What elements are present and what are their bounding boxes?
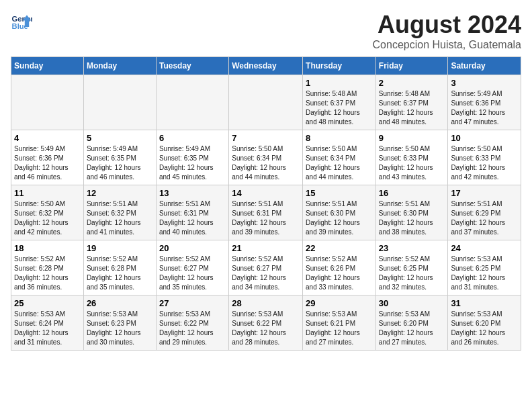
- calendar-cell: 13Sunrise: 5:51 AM Sunset: 6:31 PM Dayli…: [156, 185, 228, 240]
- calendar-cell: 24Sunrise: 5:53 AM Sunset: 6:25 PM Dayli…: [448, 240, 521, 295]
- day-info: Sunrise: 5:49 AM Sunset: 6:36 PM Dayligh…: [451, 89, 518, 127]
- day-info: Sunrise: 5:51 AM Sunset: 6:29 PM Dayligh…: [451, 199, 518, 237]
- calendar-cell: 23Sunrise: 5:52 AM Sunset: 6:25 PM Dayli…: [375, 240, 448, 295]
- calendar-cell: 7Sunrise: 5:50 AM Sunset: 6:34 PM Daylig…: [229, 130, 303, 185]
- day-info: Sunrise: 5:50 AM Sunset: 6:32 PM Dayligh…: [14, 199, 81, 237]
- day-number: 26: [87, 298, 153, 308]
- calendar-table: SundayMondayTuesdayWednesdayThursdayFrid…: [11, 56, 521, 351]
- day-number: 29: [306, 298, 373, 308]
- day-number: 10: [451, 133, 518, 143]
- calendar-cell: [229, 75, 303, 130]
- day-info: Sunrise: 5:52 AM Sunset: 6:28 PM Dayligh…: [14, 255, 81, 292]
- weekday-header-saturday: Saturday: [448, 57, 521, 75]
- weekday-header-monday: Monday: [83, 57, 156, 75]
- day-number: 3: [451, 78, 518, 88]
- title-area: August 2024 Concepcion Huista, Guatemala: [373, 11, 521, 51]
- day-number: 20: [159, 243, 226, 253]
- day-number: 8: [306, 133, 373, 143]
- day-info: Sunrise: 5:51 AM Sunset: 6:32 PM Dayligh…: [87, 199, 153, 237]
- day-info: Sunrise: 5:52 AM Sunset: 6:26 PM Dayligh…: [306, 255, 373, 292]
- calendar-cell: 29Sunrise: 5:53 AM Sunset: 6:21 PM Dayli…: [303, 295, 376, 351]
- day-info: Sunrise: 5:53 AM Sunset: 6:20 PM Dayligh…: [379, 310, 445, 347]
- day-info: Sunrise: 5:52 AM Sunset: 6:27 PM Dayligh…: [232, 255, 300, 292]
- calendar-cell: 14Sunrise: 5:51 AM Sunset: 6:31 PM Dayli…: [229, 185, 303, 240]
- day-number: 25: [14, 298, 81, 308]
- day-info: Sunrise: 5:50 AM Sunset: 6:34 PM Dayligh…: [306, 144, 373, 182]
- day-number: 22: [306, 243, 373, 253]
- page-title: August 2024: [373, 11, 521, 39]
- day-number: 23: [379, 243, 445, 253]
- day-info: Sunrise: 5:53 AM Sunset: 6:22 PM Dayligh…: [232, 310, 300, 347]
- calendar-week-3: 11Sunrise: 5:50 AM Sunset: 6:32 PM Dayli…: [11, 185, 521, 240]
- day-number: 5: [87, 133, 153, 143]
- day-info: Sunrise: 5:51 AM Sunset: 6:30 PM Dayligh…: [306, 199, 373, 237]
- day-info: Sunrise: 5:49 AM Sunset: 6:36 PM Dayligh…: [14, 144, 81, 182]
- day-number: 17: [451, 188, 518, 198]
- weekday-header-friday: Friday: [375, 57, 448, 75]
- calendar-body: 1Sunrise: 5:48 AM Sunset: 6:37 PM Daylig…: [11, 75, 521, 351]
- day-number: 28: [232, 298, 300, 308]
- header: General Blue August 2024 Concepcion Huis…: [11, 11, 521, 51]
- calendar-cell: 31Sunrise: 5:53 AM Sunset: 6:20 PM Dayli…: [448, 295, 521, 351]
- day-number: 16: [379, 188, 445, 198]
- calendar-cell: 18Sunrise: 5:52 AM Sunset: 6:28 PM Dayli…: [11, 240, 84, 295]
- day-number: 11: [14, 188, 81, 198]
- calendar-cell: 26Sunrise: 5:53 AM Sunset: 6:23 PM Dayli…: [83, 295, 156, 351]
- day-number: 14: [232, 188, 300, 198]
- day-number: 19: [87, 243, 153, 253]
- calendar-cell: 21Sunrise: 5:52 AM Sunset: 6:27 PM Dayli…: [229, 240, 303, 295]
- day-info: Sunrise: 5:50 AM Sunset: 6:33 PM Dayligh…: [379, 144, 445, 182]
- day-number: 21: [232, 243, 300, 253]
- day-info: Sunrise: 5:48 AM Sunset: 6:37 PM Dayligh…: [306, 89, 373, 127]
- day-number: 1: [306, 78, 373, 88]
- weekday-header-sunday: Sunday: [11, 57, 84, 75]
- calendar-cell: 25Sunrise: 5:53 AM Sunset: 6:24 PM Dayli…: [11, 295, 84, 351]
- calendar-cell: [156, 75, 228, 130]
- calendar-week-1: 1Sunrise: 5:48 AM Sunset: 6:37 PM Daylig…: [11, 75, 521, 130]
- day-info: Sunrise: 5:51 AM Sunset: 6:30 PM Dayligh…: [379, 199, 445, 237]
- calendar-cell: 27Sunrise: 5:53 AM Sunset: 6:22 PM Dayli…: [156, 295, 228, 351]
- weekday-header-tuesday: Tuesday: [156, 57, 228, 75]
- calendar-cell: 10Sunrise: 5:50 AM Sunset: 6:33 PM Dayli…: [448, 130, 521, 185]
- logo: General Blue: [11, 11, 32, 32]
- day-info: Sunrise: 5:53 AM Sunset: 6:23 PM Dayligh…: [87, 310, 153, 347]
- day-number: 7: [232, 133, 300, 143]
- day-info: Sunrise: 5:53 AM Sunset: 6:22 PM Dayligh…: [159, 310, 226, 347]
- calendar-cell: 9Sunrise: 5:50 AM Sunset: 6:33 PM Daylig…: [375, 130, 448, 185]
- day-number: 15: [306, 188, 373, 198]
- day-number: 18: [14, 243, 81, 253]
- calendar-cell: 2Sunrise: 5:48 AM Sunset: 6:37 PM Daylig…: [375, 75, 448, 130]
- logo-icon: General Blue: [11, 11, 32, 32]
- day-number: 6: [159, 133, 226, 143]
- calendar-cell: 20Sunrise: 5:52 AM Sunset: 6:27 PM Dayli…: [156, 240, 228, 295]
- day-number: 31: [451, 298, 518, 308]
- calendar-cell: 6Sunrise: 5:49 AM Sunset: 6:35 PM Daylig…: [156, 130, 228, 185]
- calendar-cell: 4Sunrise: 5:49 AM Sunset: 6:36 PM Daylig…: [11, 130, 84, 185]
- day-info: Sunrise: 5:53 AM Sunset: 6:21 PM Dayligh…: [306, 310, 373, 347]
- day-number: 2: [379, 78, 445, 88]
- day-info: Sunrise: 5:53 AM Sunset: 6:25 PM Dayligh…: [451, 255, 518, 292]
- day-info: Sunrise: 5:53 AM Sunset: 6:20 PM Dayligh…: [451, 310, 518, 347]
- calendar-cell: 12Sunrise: 5:51 AM Sunset: 6:32 PM Dayli…: [83, 185, 156, 240]
- calendar-cell: 11Sunrise: 5:50 AM Sunset: 6:32 PM Dayli…: [11, 185, 84, 240]
- calendar-week-2: 4Sunrise: 5:49 AM Sunset: 6:36 PM Daylig…: [11, 130, 521, 185]
- day-number: 12: [87, 188, 153, 198]
- day-number: 4: [14, 133, 81, 143]
- calendar-cell: [83, 75, 156, 130]
- day-info: Sunrise: 5:51 AM Sunset: 6:31 PM Dayligh…: [159, 199, 226, 237]
- day-info: Sunrise: 5:52 AM Sunset: 6:28 PM Dayligh…: [87, 255, 153, 292]
- day-number: 30: [379, 298, 445, 308]
- day-number: 27: [159, 298, 226, 308]
- calendar-cell: 8Sunrise: 5:50 AM Sunset: 6:34 PM Daylig…: [303, 130, 376, 185]
- day-info: Sunrise: 5:51 AM Sunset: 6:31 PM Dayligh…: [232, 199, 300, 237]
- day-info: Sunrise: 5:52 AM Sunset: 6:27 PM Dayligh…: [159, 255, 226, 292]
- calendar-cell: 15Sunrise: 5:51 AM Sunset: 6:30 PM Dayli…: [303, 185, 376, 240]
- day-info: Sunrise: 5:53 AM Sunset: 6:24 PM Dayligh…: [14, 310, 81, 347]
- day-number: 13: [159, 188, 226, 198]
- day-info: Sunrise: 5:50 AM Sunset: 6:34 PM Dayligh…: [232, 144, 300, 182]
- day-info: Sunrise: 5:49 AM Sunset: 6:35 PM Dayligh…: [87, 144, 153, 182]
- calendar-cell: 28Sunrise: 5:53 AM Sunset: 6:22 PM Dayli…: [229, 295, 303, 351]
- calendar-week-4: 18Sunrise: 5:52 AM Sunset: 6:28 PM Dayli…: [11, 240, 521, 295]
- calendar-cell: 16Sunrise: 5:51 AM Sunset: 6:30 PM Dayli…: [375, 185, 448, 240]
- page-subtitle: Concepcion Huista, Guatemala: [373, 39, 521, 51]
